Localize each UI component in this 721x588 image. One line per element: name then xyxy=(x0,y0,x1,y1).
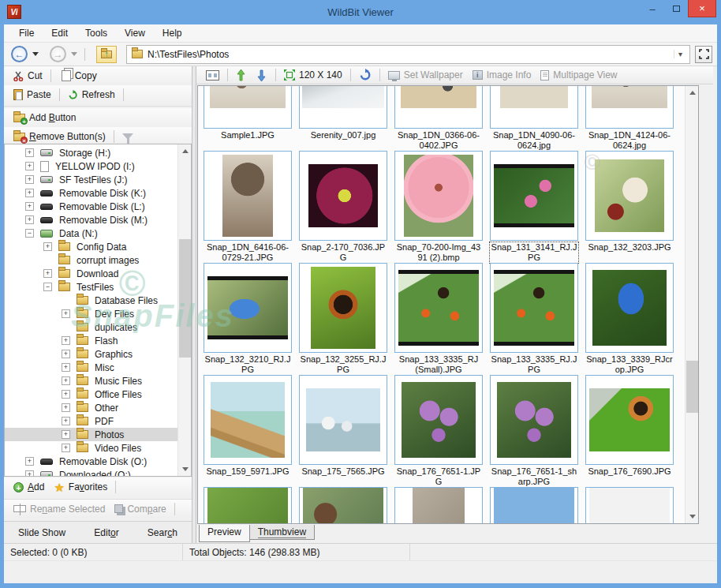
compare-button[interactable]: Compare xyxy=(110,502,170,516)
thumbnail-image-frame[interactable] xyxy=(490,487,578,524)
thumbnail-image[interactable] xyxy=(398,270,478,346)
thumbnail-cell[interactable]: Snap_1DN_0366-06-0402.JPG xyxy=(394,85,483,151)
tree-item-storage-h[interactable]: +Storage (H:) xyxy=(5,146,177,159)
up-folder-button[interactable]: ↑ xyxy=(96,46,117,63)
tree-item-photos[interactable]: +Photos xyxy=(5,428,177,441)
tree-item-music-files[interactable]: +Music Files xyxy=(5,374,177,388)
tab-thumbview[interactable]: Thumbview xyxy=(250,525,315,540)
thumb-scroll-down-arrow[interactable] xyxy=(686,510,699,523)
tree-item-yellow-ipod-i[interactable]: +YELLOW IPOD (I:) xyxy=(5,159,177,173)
thumbnail-image-frame[interactable] xyxy=(394,85,483,129)
add-button-button[interactable]: + Add Button xyxy=(9,110,80,125)
thumbnail-filename[interactable]: Snap_176_7651-1_sharp.JPG xyxy=(490,466,578,487)
thumbnail-filename[interactable]: Snap_133_3339_RJcrop.JPG xyxy=(585,354,674,375)
tree-item-dev-files[interactable]: +Dev Files xyxy=(5,307,177,320)
tree-expand-icon[interactable]: + xyxy=(25,148,34,157)
address-dropdown-icon[interactable]: ▾ xyxy=(674,50,686,58)
menu-item-file[interactable]: File xyxy=(10,25,43,41)
forward-button[interactable]: → xyxy=(50,46,66,62)
tree-expand-icon[interactable]: + xyxy=(25,202,34,211)
thumbnail-filename[interactable]: Snap_176_7690.JPG xyxy=(585,466,674,477)
tree-item-download[interactable]: +Download xyxy=(5,267,177,280)
thumbnail-filename[interactable]: Snap_132_3203.JPG xyxy=(585,242,674,253)
multipage-view-button[interactable]: Multipage View xyxy=(536,68,622,82)
thumbnail-filename[interactable]: Snap_176_7651-1.JPG xyxy=(394,466,483,487)
tree-item-video-files[interactable]: +Video Files xyxy=(5,441,177,455)
thumbnail-cell[interactable]: Snap_133_3335_RJ.JPG xyxy=(490,263,578,375)
thumbnail-cell[interactable]: Snap_132_3203.JPG xyxy=(585,151,674,263)
thumbnail-filename[interactable]: Sample1.JPG xyxy=(204,130,292,140)
tree-item-testfiles[interactable]: −TestFiles xyxy=(5,280,177,294)
back-dropdown-icon[interactable] xyxy=(32,52,39,56)
thumbnail-image-frame[interactable] xyxy=(490,151,578,241)
forward-dropdown-icon[interactable] xyxy=(71,52,77,56)
thumbnail-image[interactable] xyxy=(413,488,465,524)
menu-item-edit[interactable]: Edit xyxy=(43,25,77,41)
tree-expand-icon[interactable]: + xyxy=(43,269,52,278)
tree-item-removable-disk-k[interactable]: +Removable Disk (K:) xyxy=(5,186,177,200)
tree-expand-icon[interactable]: + xyxy=(25,470,34,477)
thumbnail-cell[interactable]: Snap_132_3255_RJ.JPG xyxy=(299,263,387,375)
thumbnail-filename[interactable]: Snap_1DN_4124-06-0624.jpg xyxy=(585,130,674,151)
thumbnail-cell[interactable]: Snap_1DN_4090-06-0624.jpg xyxy=(490,85,578,151)
tree-item-downloaded-q[interactable]: +Downloaded (Q:) xyxy=(5,468,177,477)
tree-expand-icon[interactable]: + xyxy=(62,403,70,412)
tree-expand-icon[interactable]: + xyxy=(62,309,70,318)
thumbnail-image-frame[interactable] xyxy=(204,85,292,129)
set-wallpaper-button[interactable]: Set Wallpaper xyxy=(383,68,468,82)
thumbnail-cell[interactable]: Snap_176_7690.JPG xyxy=(585,375,674,487)
thumbnail-image-frame[interactable] xyxy=(490,263,578,353)
thumbnail-filename[interactable]: Snap_132_3255_RJ.JPG xyxy=(299,354,387,375)
minimize-button[interactable]: – xyxy=(641,0,664,17)
tree-item-flash[interactable]: +Flash xyxy=(5,334,177,347)
tree-item-pdf[interactable]: +PDF xyxy=(5,414,177,428)
thumbnail-cell[interactable]: Snap_132_3210_RJ.JPG xyxy=(204,263,292,375)
thumbnail-filename[interactable]: Snap_133_3335_RJ (Small).JPG xyxy=(394,354,483,375)
thumbnail-image-frame[interactable] xyxy=(394,151,483,241)
thumbnail-image-frame[interactable] xyxy=(585,263,674,353)
tree-item-removable-disk-m[interactable]: +Removable Disk (M:) xyxy=(5,213,177,227)
thumbnail-image[interactable] xyxy=(500,85,568,108)
thumbnail-cell[interactable]: Snap_176_7651-1_sharp.JPG xyxy=(490,375,578,487)
thumbnail-cell[interactable]: Snap_70-200-Img_4391 (2).bmp xyxy=(394,151,483,263)
tree-item-graphics[interactable]: +Graphics xyxy=(5,347,177,361)
thumbnail-image-frame[interactable] xyxy=(585,85,674,129)
thumbnail-image[interactable] xyxy=(302,85,385,108)
thumbnail-filename[interactable]: Snap_175_7565.JPG xyxy=(299,466,387,477)
thumbnail-image[interactable] xyxy=(311,267,376,348)
thumbnail-cell[interactable]: Snap_131_3141_RJ.JPG xyxy=(490,151,578,263)
thumbnail-filename[interactable]: Snap_1DN_6416-06-0729-21.JPG xyxy=(204,242,292,263)
thumbnail-filename[interactable]: Snap_70-200-Img_4391 (2).bmp xyxy=(394,242,483,263)
thumbnail-cell[interactable]: Snap_175_7565.JPG xyxy=(299,375,387,487)
favorites-button[interactable]: ★ Favorites xyxy=(49,480,112,494)
thumbnail-image[interactable] xyxy=(494,164,573,228)
thumbnail-image-frame[interactable] xyxy=(299,375,387,465)
tree-scrollbar[interactable] xyxy=(177,144,191,476)
thumbnail-filename[interactable]: Serenity_007.jpg xyxy=(299,130,387,140)
thumbnail-image[interactable] xyxy=(589,488,669,524)
thumbnail-image-frame[interactable] xyxy=(204,375,292,465)
cut-button[interactable]: Cut xyxy=(9,69,47,83)
thumbnail-cell[interactable]: Snap_176_7651-1.JPG xyxy=(394,375,483,487)
thumbnail-image-frame[interactable] xyxy=(299,263,387,353)
tree-item-other[interactable]: +Other xyxy=(5,401,177,414)
sort-descending-button[interactable] xyxy=(252,68,272,83)
tab-search[interactable]: Search xyxy=(148,527,177,538)
thumbnail-cell[interactable]: Snap_133_3339_RJcrop.JPG xyxy=(585,263,674,375)
thumbnail-image-frame[interactable] xyxy=(585,151,674,241)
thumbnail-cell[interactable]: Snap_2-170_7036.JPG xyxy=(299,151,387,263)
thumbnail-image[interactable] xyxy=(404,155,473,236)
thumbnail-image-frame[interactable] xyxy=(394,375,483,465)
thumbnail-image-frame[interactable] xyxy=(490,375,578,465)
menu-item-help[interactable]: Help xyxy=(154,25,191,41)
tree-expand-icon[interactable]: + xyxy=(62,390,70,399)
thumbnail-image[interactable] xyxy=(207,488,287,524)
refresh-button[interactable]: Refresh xyxy=(63,88,120,102)
thumbnail-filename[interactable]: Snap_132_3210_RJ.JPG xyxy=(204,354,292,375)
thumbnail-image-frame[interactable] xyxy=(585,487,674,524)
tree-expand-icon[interactable]: + xyxy=(62,430,70,439)
tree-scroll-up-arrow[interactable] xyxy=(178,144,192,158)
thumbnail-cell[interactable]: Sample1.JPG xyxy=(204,85,292,151)
tree-expand-icon[interactable]: + xyxy=(62,376,70,385)
thumbnail-filename[interactable]: Snap_159_5971.JPG xyxy=(204,466,292,477)
